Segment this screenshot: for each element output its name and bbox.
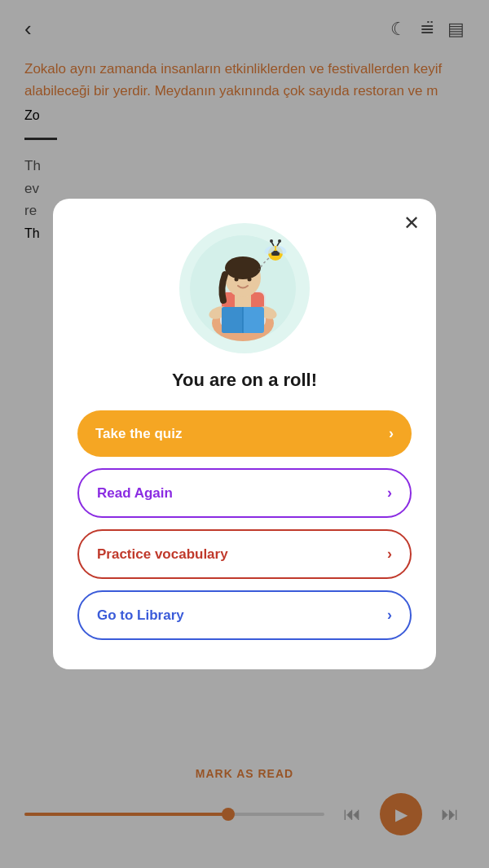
practice-vocab-button[interactable]: Practice vocabulary › [77, 529, 412, 579]
svg-rect-8 [222, 307, 243, 333]
reading-illustration [187, 227, 302, 349]
svg-point-13 [248, 278, 252, 282]
go-to-library-chevron: › [387, 607, 392, 624]
completion-modal: ✕ [53, 199, 436, 669]
svg-point-12 [235, 278, 239, 282]
read-again-label: Read Again [97, 485, 173, 502]
take-quiz-chevron: › [389, 425, 394, 442]
modal-close-button[interactable]: ✕ [403, 213, 420, 233]
practice-vocab-chevron: › [387, 546, 392, 563]
modal-overlay: ✕ [0, 0, 489, 868]
svg-rect-17 [271, 254, 280, 256]
svg-point-11 [225, 256, 261, 279]
take-quiz-label: Take the quiz [95, 426, 182, 442]
svg-point-21 [270, 239, 273, 243]
read-again-chevron: › [387, 484, 392, 502]
go-to-library-label: Go to Library [97, 607, 184, 624]
illustration-circle [179, 223, 310, 353]
practice-vocab-label: Practice vocabulary [97, 546, 228, 563]
svg-point-23 [278, 239, 281, 243]
modal-illustration [77, 223, 412, 353]
go-to-library-button[interactable]: Go to Library › [77, 590, 412, 640]
read-again-button[interactable]: Read Again › [77, 468, 412, 518]
modal-title: You are on a roll! [77, 370, 412, 391]
take-quiz-button[interactable]: Take the quiz › [77, 410, 412, 457]
